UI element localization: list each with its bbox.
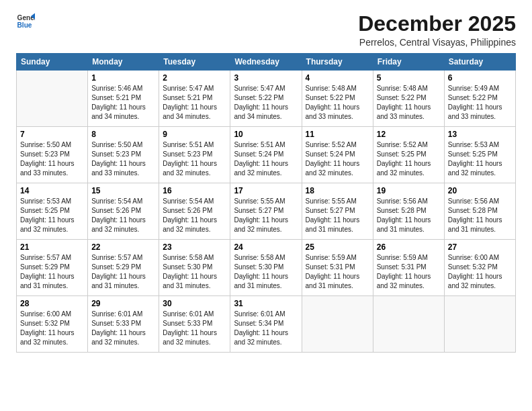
header-friday: Friday (373, 54, 444, 71)
table-row: 21Sunrise: 5:57 AMSunset: 5:29 PMDayligh… (17, 240, 88, 296)
day-number: 16 (163, 186, 226, 195)
day-info: Sunrise: 6:00 AMSunset: 5:32 PMDaylight:… (448, 253, 512, 291)
table-row: 6Sunrise: 5:49 AMSunset: 5:22 PMDaylight… (444, 71, 515, 127)
header-sunday: Sunday (17, 54, 88, 71)
day-number: 18 (306, 186, 369, 195)
table-row: 30Sunrise: 6:01 AMSunset: 5:33 PMDayligh… (159, 296, 230, 353)
header-tuesday: Tuesday (159, 54, 230, 71)
calendar-header-row: Sunday Monday Tuesday Wednesday Thursday… (17, 54, 516, 71)
location-title: Perrelos, Central Visayas, Philippines (358, 37, 516, 48)
day-info: Sunrise: 5:57 AMSunset: 5:29 PMDaylight:… (20, 253, 84, 291)
day-number: 22 (91, 242, 155, 252)
table-row: 20Sunrise: 5:56 AMSunset: 5:28 PMDayligh… (444, 183, 515, 240)
table-row: 16Sunrise: 5:54 AMSunset: 5:26 PMDayligh… (159, 183, 230, 240)
day-info: Sunrise: 5:47 AMSunset: 5:21 PMDaylight:… (163, 84, 226, 122)
day-number: 30 (163, 299, 226, 308)
table-row: 2Sunrise: 5:47 AMSunset: 5:21 PMDaylight… (159, 71, 230, 127)
title-block: December 2025 Perrelos, Central Visayas,… (358, 12, 516, 48)
day-number: 25 (306, 242, 369, 252)
table-row: 27Sunrise: 6:00 AMSunset: 5:32 PMDayligh… (444, 240, 515, 296)
table-row (444, 296, 515, 353)
table-row: 31Sunrise: 6:01 AMSunset: 5:34 PMDayligh… (230, 296, 302, 353)
day-number: 24 (234, 242, 298, 252)
day-info: Sunrise: 5:53 AMSunset: 5:25 PMDaylight:… (448, 140, 512, 178)
day-info: Sunrise: 5:50 AMSunset: 5:23 PMDaylight:… (91, 140, 155, 178)
day-number: 4 (306, 73, 369, 83)
table-row: 10Sunrise: 5:51 AMSunset: 5:24 PMDayligh… (230, 127, 302, 183)
table-row: 17Sunrise: 5:55 AMSunset: 5:27 PMDayligh… (230, 183, 302, 240)
table-row: 7Sunrise: 5:50 AMSunset: 5:23 PMDaylight… (17, 127, 88, 183)
day-info: Sunrise: 5:59 AMSunset: 5:31 PMDaylight:… (306, 253, 369, 291)
day-info: Sunrise: 5:50 AMSunset: 5:23 PMDaylight:… (20, 140, 84, 178)
day-info: Sunrise: 6:01 AMSunset: 5:33 PMDaylight:… (163, 310, 226, 347)
day-info: Sunrise: 6:00 AMSunset: 5:32 PMDaylight:… (20, 310, 84, 347)
table-row: 25Sunrise: 5:59 AMSunset: 5:31 PMDayligh… (302, 240, 373, 296)
day-number: 15 (91, 186, 155, 195)
table-row: 22Sunrise: 5:57 AMSunset: 5:29 PMDayligh… (88, 240, 159, 296)
day-info: Sunrise: 6:01 AMSunset: 5:34 PMDaylight:… (234, 310, 298, 347)
day-number: 28 (20, 299, 84, 308)
table-row: 5Sunrise: 5:48 AMSunset: 5:22 PMDaylight… (373, 71, 444, 127)
day-info: Sunrise: 5:57 AMSunset: 5:29 PMDaylight:… (91, 253, 155, 291)
calendar-week-row: 21Sunrise: 5:57 AMSunset: 5:29 PMDayligh… (17, 240, 516, 296)
calendar-week-row: 7Sunrise: 5:50 AMSunset: 5:23 PMDaylight… (17, 127, 516, 183)
header-thursday: Thursday (302, 54, 373, 71)
calendar-week-row: 28Sunrise: 6:00 AMSunset: 5:32 PMDayligh… (17, 296, 516, 353)
day-info: Sunrise: 5:54 AMSunset: 5:26 PMDaylight:… (91, 197, 155, 234)
day-number: 27 (448, 242, 512, 252)
day-number: 14 (20, 186, 84, 195)
day-info: Sunrise: 5:56 AMSunset: 5:28 PMDaylight:… (448, 197, 512, 234)
table-row: 11Sunrise: 5:52 AMSunset: 5:24 PMDayligh… (302, 127, 373, 183)
table-row: 4Sunrise: 5:48 AMSunset: 5:22 PMDaylight… (302, 71, 373, 127)
day-number: 5 (377, 73, 441, 83)
day-number: 2 (163, 73, 226, 83)
logo-icon: General Blue (16, 12, 35, 31)
day-info: Sunrise: 5:59 AMSunset: 5:31 PMDaylight:… (377, 253, 441, 291)
page: General Blue December 2025 Perrelos, Cen… (0, 0, 532, 411)
day-info: Sunrise: 6:01 AMSunset: 5:33 PMDaylight:… (91, 310, 155, 347)
table-row: 12Sunrise: 5:52 AMSunset: 5:25 PMDayligh… (373, 127, 444, 183)
day-info: Sunrise: 5:56 AMSunset: 5:28 PMDaylight:… (377, 197, 441, 234)
header: General Blue December 2025 Perrelos, Cen… (16, 12, 516, 48)
day-number: 17 (234, 186, 298, 195)
calendar-table: Sunday Monday Tuesday Wednesday Thursday… (16, 53, 516, 353)
day-number: 9 (163, 130, 226, 139)
day-number: 31 (234, 299, 298, 308)
svg-text:Blue: Blue (17, 21, 32, 29)
table-row: 28Sunrise: 6:00 AMSunset: 5:32 PMDayligh… (17, 296, 88, 353)
table-row: 13Sunrise: 5:53 AMSunset: 5:25 PMDayligh… (444, 127, 515, 183)
table-row: 29Sunrise: 6:01 AMSunset: 5:33 PMDayligh… (88, 296, 159, 353)
day-info: Sunrise: 5:51 AMSunset: 5:23 PMDaylight:… (163, 140, 226, 178)
day-info: Sunrise: 5:52 AMSunset: 5:25 PMDaylight:… (377, 140, 441, 178)
day-number: 26 (377, 242, 441, 252)
table-row (373, 296, 444, 353)
day-number: 11 (306, 130, 369, 139)
day-info: Sunrise: 5:46 AMSunset: 5:21 PMDaylight:… (91, 84, 155, 122)
day-info: Sunrise: 5:53 AMSunset: 5:25 PMDaylight:… (20, 197, 84, 234)
header-monday: Monday (88, 54, 159, 71)
day-number: 10 (234, 130, 298, 139)
day-number: 12 (377, 130, 441, 139)
table-row: 1Sunrise: 5:46 AMSunset: 5:21 PMDaylight… (88, 71, 159, 127)
header-wednesday: Wednesday (230, 54, 302, 71)
day-info: Sunrise: 5:52 AMSunset: 5:24 PMDaylight:… (306, 140, 369, 178)
day-info: Sunrise: 5:49 AMSunset: 5:22 PMDaylight:… (448, 84, 512, 122)
day-info: Sunrise: 5:55 AMSunset: 5:27 PMDaylight:… (306, 197, 369, 234)
table-row: 8Sunrise: 5:50 AMSunset: 5:23 PMDaylight… (88, 127, 159, 183)
day-number: 23 (163, 242, 226, 252)
logo: General Blue (16, 12, 38, 31)
table-row: 26Sunrise: 5:59 AMSunset: 5:31 PMDayligh… (373, 240, 444, 296)
day-number: 3 (234, 73, 298, 83)
table-row (17, 71, 88, 127)
table-row: 24Sunrise: 5:58 AMSunset: 5:30 PMDayligh… (230, 240, 302, 296)
month-title: December 2025 (358, 12, 516, 36)
table-row: 15Sunrise: 5:54 AMSunset: 5:26 PMDayligh… (88, 183, 159, 240)
day-number: 6 (448, 73, 512, 83)
day-info: Sunrise: 5:58 AMSunset: 5:30 PMDaylight:… (163, 253, 226, 291)
day-number: 21 (20, 242, 84, 252)
table-row: 23Sunrise: 5:58 AMSunset: 5:30 PMDayligh… (159, 240, 230, 296)
table-row: 14Sunrise: 5:53 AMSunset: 5:25 PMDayligh… (17, 183, 88, 240)
day-number: 1 (91, 73, 155, 83)
day-number: 7 (20, 130, 84, 139)
day-info: Sunrise: 5:48 AMSunset: 5:22 PMDaylight:… (377, 84, 441, 122)
